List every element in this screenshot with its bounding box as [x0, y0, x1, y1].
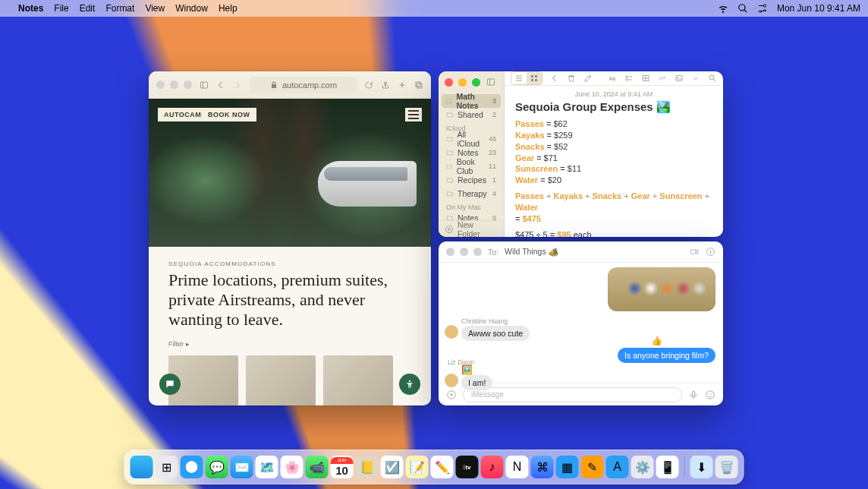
thumb-image[interactable]	[323, 355, 393, 405]
message-bubble[interactable]: Awww soo cute	[461, 326, 530, 341]
to-value[interactable]: Wild Things 🏕️	[505, 247, 558, 257]
facetime-icon[interactable]	[690, 247, 700, 257]
dock-music[interactable]: ♪	[481, 456, 504, 478]
sidebar-icon[interactable]	[200, 80, 209, 90]
dock-safari[interactable]	[181, 456, 203, 478]
minimize-button[interactable]	[460, 248, 468, 256]
dock-tv[interactable]: tv	[456, 456, 479, 478]
dock-trash[interactable]: 🗑️	[715, 456, 738, 478]
dictate-icon[interactable]	[688, 390, 699, 400]
folder-row[interactable]: Math Notes3	[442, 94, 501, 108]
message-bubble[interactable]: Is anyone bringing film?	[618, 348, 715, 363]
sticker[interactable]: 🖼️	[461, 364, 473, 374]
menu-file[interactable]: File	[54, 3, 68, 14]
book-now-button[interactable]: BOOK NOW	[202, 108, 256, 121]
expense-line[interactable]: Snacks = $52	[515, 141, 712, 153]
media-icon[interactable]	[675, 74, 684, 83]
back-icon[interactable]	[550, 74, 559, 83]
note-title[interactable]: Sequoia Group Expenses 🏞️	[515, 100, 712, 114]
new-tab-icon[interactable]	[398, 80, 407, 90]
folder-row[interactable]: Therapy4	[442, 187, 501, 200]
info-icon[interactable]	[706, 247, 715, 257]
message-thread[interactable]: Christine Huang Awww soo cute 👍 Is anyon…	[439, 263, 723, 383]
dock-appstore[interactable]: A	[606, 456, 629, 478]
back-icon[interactable]	[216, 80, 225, 90]
avatar[interactable]	[445, 374, 458, 387]
search-icon[interactable]	[708, 74, 717, 83]
photo-attachment[interactable]	[608, 267, 715, 311]
folder-row[interactable]: Book Club11	[442, 159, 501, 173]
dock-maps[interactable]: 🗺️	[256, 456, 278, 478]
dock-launchpad[interactable]: ⊞	[156, 456, 178, 478]
view-list-icon[interactable]	[511, 72, 527, 84]
close-button[interactable]	[445, 78, 453, 87]
more-icon[interactable]	[691, 74, 700, 83]
expense-line[interactable]: Kayaks = $259	[515, 130, 712, 141]
apps-icon[interactable]	[446, 390, 457, 400]
dock-facetime[interactable]: 📹	[306, 456, 329, 478]
dock-reminders[interactable]: ☑️	[381, 456, 404, 478]
dock-notes[interactable]: 📝	[406, 456, 429, 478]
accessibility-fab[interactable]	[399, 374, 420, 395]
tapback-thumbs-up[interactable]: 👍	[651, 336, 662, 346]
minimize-button[interactable]	[170, 80, 178, 89]
url-bar[interactable]: autocamp.com	[250, 77, 357, 93]
chat-fab[interactable]	[159, 374, 181, 395]
dock-keynote[interactable]: ▦	[556, 456, 579, 478]
view-grid-icon[interactable]	[527, 72, 542, 84]
dock-shortcuts[interactable]: ⌘	[531, 456, 554, 478]
dock-downloads[interactable]: ⬇︎	[690, 456, 713, 478]
dock-contacts[interactable]: 📒	[356, 456, 379, 478]
avatar[interactable]	[445, 325, 458, 339]
close-button[interactable]	[446, 248, 454, 256]
new-folder-button[interactable]: New Folder	[439, 220, 504, 237]
expense-line[interactable]: Sunscreen = $11	[515, 163, 712, 175]
expense-line[interactable]: Water = $20	[515, 175, 712, 186]
control-center-icon[interactable]	[757, 3, 768, 14]
folder-row[interactable]: Recipes1	[442, 173, 501, 187]
dock-pages[interactable]: ✎	[581, 456, 604, 478]
dock-calendar[interactable]: JUN10	[331, 456, 354, 478]
reload-icon[interactable]	[364, 80, 373, 90]
tabs-icon[interactable]	[414, 80, 423, 90]
emoji-icon[interactable]	[705, 390, 715, 400]
dock-messages[interactable]: 💬	[206, 456, 228, 478]
menubar-app-name[interactable]: Notes	[18, 3, 43, 14]
message-bubble[interactable]: I am!	[461, 375, 492, 390]
expense-line[interactable]: Passes = $62	[515, 118, 712, 130]
compose-input[interactable]: iMessage	[463, 387, 682, 402]
menubar-clock[interactable]: Mon Jun 10 9:41 AM	[777, 3, 860, 14]
per-head[interactable]: $475 ÷ 5 = $95 each	[515, 229, 712, 237]
menu-view[interactable]: View	[145, 3, 165, 14]
dock-iphone[interactable]: 📱	[656, 456, 679, 478]
dock-photos[interactable]: 🌸	[281, 456, 303, 478]
checklist-icon[interactable]	[624, 74, 634, 83]
search-icon[interactable]	[737, 3, 748, 14]
dock-news[interactable]: N	[506, 456, 529, 478]
folder-row[interactable]: Notes9	[442, 211, 501, 220]
share-icon[interactable]	[381, 80, 390, 90]
format-icon[interactable]: Aa	[608, 74, 617, 83]
table-icon[interactable]	[641, 74, 650, 83]
dock-finder[interactable]	[131, 456, 153, 478]
filter-link[interactable]: Filter ▸	[168, 340, 411, 348]
sum-expression[interactable]: Passes + Kayaks + Snacks + Gear + Sunscr…	[515, 191, 712, 213]
sum-total[interactable]: = $475	[515, 213, 712, 225]
close-button[interactable]	[156, 80, 165, 89]
zoom-button[interactable]	[184, 80, 192, 89]
sidebar-toggle-icon[interactable]	[486, 77, 495, 87]
dock-mail[interactable]: ✉️	[231, 456, 253, 478]
zoom-button[interactable]	[473, 248, 482, 256]
dock-settings[interactable]: ⚙️	[631, 456, 654, 478]
forward-icon[interactable]	[233, 80, 242, 90]
trash-icon[interactable]	[567, 74, 576, 83]
menu-format[interactable]: Format	[105, 3, 134, 14]
menu-window[interactable]: Window	[175, 3, 208, 14]
minimize-button[interactable]	[458, 78, 467, 87]
folder-row[interactable]: All iCloud46	[442, 132, 501, 146]
wifi-icon[interactable]	[718, 3, 728, 14]
expense-line[interactable]: Gear = $71	[515, 153, 712, 164]
thumb-image[interactable]	[246, 355, 316, 405]
menu-help[interactable]: Help	[219, 3, 237, 14]
link-icon[interactable]	[658, 74, 667, 83]
